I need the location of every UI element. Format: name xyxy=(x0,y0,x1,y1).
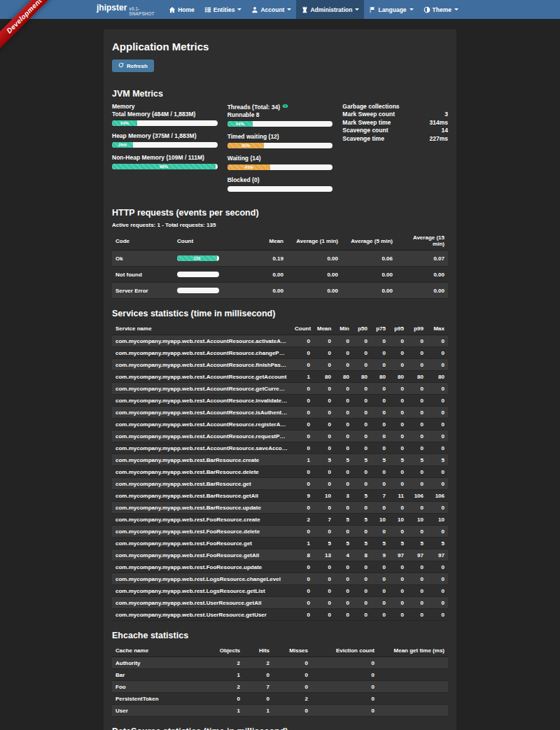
service-name: com.mycompany.myapp.web.rest.AccountReso… xyxy=(112,419,291,430)
table-row: com.mycompany.myapp.web.rest.FooResource… xyxy=(112,561,448,573)
table-row: com.mycompany.myapp.web.rest.FooResource… xyxy=(112,526,448,538)
service-p95: 0 xyxy=(389,597,407,609)
service-p95: 0 xyxy=(389,466,407,478)
service-mean: 0 xyxy=(314,561,335,573)
progress-bar: 20% xyxy=(112,142,218,148)
nav-item-administration[interactable]: Administration xyxy=(296,0,364,19)
service-name: com.mycompany.myapp.web.rest.FooResource… xyxy=(112,514,291,526)
nav-item-theme[interactable]: Theme xyxy=(419,0,463,19)
home-icon xyxy=(169,6,176,13)
service-p95: 0 xyxy=(389,573,407,585)
service-min: 0 xyxy=(335,573,353,585)
service-p50: 5 xyxy=(353,538,371,549)
service-name: com.mycompany.myapp.web.rest.AccountReso… xyxy=(112,359,291,371)
service-mean: 0 xyxy=(314,585,335,597)
eye-icon[interactable] xyxy=(282,103,288,111)
cache-evictions: 0 xyxy=(312,669,378,681)
service-p50: 0 xyxy=(353,466,371,478)
service-name: com.mycompany.myapp.web.rest.AccountReso… xyxy=(112,347,291,359)
service-p75: 0 xyxy=(371,430,389,442)
table-row: Server Error 0.00 0.00 0.00 0.00 xyxy=(112,283,448,299)
table-header-row: Service name Count Mean Min p50 p75 p95 … xyxy=(112,323,448,335)
service-max: 0 xyxy=(427,359,448,371)
nav-item-language[interactable]: Language xyxy=(364,0,418,19)
progress-bar: 98% xyxy=(112,164,218,169)
service-max: 5 xyxy=(427,454,448,466)
service-p75: 0 xyxy=(371,502,389,514)
progress-percent: 35% xyxy=(241,143,250,148)
jvm-metrics-title: JVM Metrics xyxy=(112,89,448,99)
service-name: com.mycompany.myapp.web.rest.UserResourc… xyxy=(112,609,291,621)
service-min: 0 xyxy=(335,383,353,395)
service-min: 0 xyxy=(335,430,353,442)
progress-percent: 24% xyxy=(236,121,244,127)
service-count: 1 xyxy=(291,538,314,549)
brand-link[interactable]: jhipster v0.1-SNAPSHOT xyxy=(97,3,164,16)
service-max: 5 xyxy=(427,538,448,549)
service-p50: 0 xyxy=(353,347,371,359)
service-p75: 0 xyxy=(371,561,389,573)
service-mean: 0 xyxy=(314,526,335,538)
service-p99: 0 xyxy=(407,430,427,442)
table-row: com.mycompany.myapp.web.rest.BarResource… xyxy=(112,454,448,466)
service-p50: 0 xyxy=(353,609,371,621)
column-header: Average (1 min) xyxy=(287,232,342,251)
nav-label: Entities xyxy=(214,6,235,13)
services-table: Service name Count Mean Min p50 p75 p95 … xyxy=(112,323,448,621)
cache-hits: 0 xyxy=(244,693,273,705)
service-p95: 0 xyxy=(389,395,407,407)
column-header: p95 xyxy=(389,323,407,335)
service-p99: 0 xyxy=(407,359,427,371)
service-p95: 5 xyxy=(389,538,407,549)
service-name: com.mycompany.myapp.web.rest.UserResourc… xyxy=(112,597,291,609)
progress-percent: 98% xyxy=(160,164,168,169)
cache-misses: 0 xyxy=(273,657,312,669)
nav-item-account[interactable]: Account xyxy=(246,0,296,19)
service-p75: 0 xyxy=(371,442,389,454)
gc-label: Mark Sweep time xyxy=(342,119,391,127)
service-min: 4 xyxy=(335,549,353,561)
service-p99: 0 xyxy=(407,502,427,514)
refresh-button[interactable]: Refresh xyxy=(112,59,154,72)
service-p75: 0 xyxy=(371,347,389,359)
table-row: com.mycompany.myapp.web.rest.BarResource… xyxy=(112,502,448,514)
service-p75: 0 xyxy=(371,407,389,419)
service-count: 0 xyxy=(291,585,314,597)
cache-name: Authority xyxy=(112,657,210,669)
nav-item-home[interactable]: Home xyxy=(164,0,200,19)
chevron-down-icon xyxy=(410,8,414,13)
service-p50: 5 xyxy=(353,454,371,466)
table-row: com.mycompany.myapp.web.rest.UserResourc… xyxy=(112,597,448,609)
service-p75: 0 xyxy=(371,526,389,538)
service-min: 0 xyxy=(335,609,353,621)
column-header: Objects xyxy=(210,645,244,657)
table-row: Not found 0.00 0.00 0.00 0.00 xyxy=(112,267,448,283)
service-p50: 80 xyxy=(353,371,371,383)
metric-label: Heap Memory (375M / 1,883M) xyxy=(112,132,218,140)
service-p99: 0 xyxy=(407,407,427,419)
service-mean: 0 xyxy=(314,335,335,347)
column-header: Min xyxy=(335,323,353,335)
service-name: com.mycompany.myapp.web.rest.AccountReso… xyxy=(112,442,291,454)
service-min: 0 xyxy=(335,347,353,359)
nav-label: Administration xyxy=(310,6,352,13)
http-requests-summary: Active requests: 1 - Total requests: 135 xyxy=(112,222,448,228)
avg-5min: 0.00 xyxy=(342,267,396,283)
cache-name: Bar xyxy=(112,669,210,681)
service-count: 0 xyxy=(291,597,314,609)
service-p50: 0 xyxy=(353,573,371,585)
page-title: Application Metrics xyxy=(112,41,448,52)
table-row: Authority 2 2 0 0 xyxy=(112,657,448,669)
adjust-icon xyxy=(424,6,430,13)
column-header: Mean xyxy=(238,232,287,251)
nav-item-entities[interactable]: Entities xyxy=(200,0,247,19)
chevron-down-icon xyxy=(287,8,291,13)
service-min: 5 xyxy=(335,538,353,549)
service-count: 0 xyxy=(291,561,314,573)
service-mean: 0 xyxy=(314,466,335,478)
ehcache-title: Ehcache statistics xyxy=(112,631,448,640)
avg-15min: 0.07 xyxy=(396,251,448,267)
cache-objects: 1 xyxy=(210,669,244,681)
service-min: 5 xyxy=(335,454,353,466)
service-min: 0 xyxy=(335,585,353,597)
